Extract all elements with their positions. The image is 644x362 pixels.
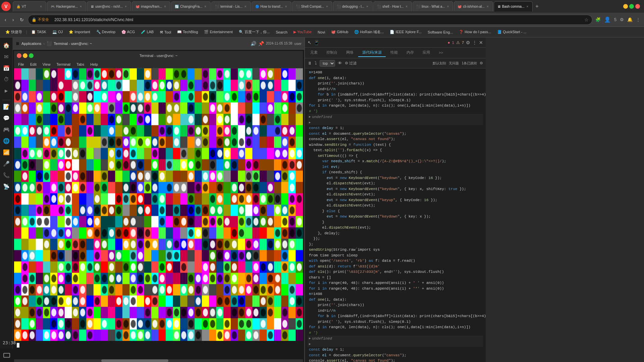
sidebar-icon-home[interactable]: 🏠: [1, 40, 11, 50]
devtools-pause-icon[interactable]: ⏸: [308, 61, 312, 66]
new-tab-button[interactable]: +: [533, 3, 540, 9]
tab-close[interactable]: ×: [486, 5, 489, 8]
tab-t11[interactable]: ⬛ linux - What a... ×: [413, 1, 453, 11]
sidebar-icon-translate[interactable]: 🌐: [1, 136, 11, 146]
code-section-undefined1[interactable]: ▶undefined: [308, 114, 483, 120]
notifications-icon[interactable]: 🔔: [626, 16, 634, 23]
sync-icon[interactable]: 5: [613, 16, 618, 23]
tab-close[interactable]: ×: [79, 5, 83, 8]
reload-button[interactable]: ↻: [18, 16, 26, 23]
bookmark-github[interactable]: 🐙 GitHub: [328, 29, 351, 35]
menu-help[interactable]: Help: [88, 62, 101, 67]
sidebar-icon-cast[interactable]: 📡: [1, 181, 11, 191]
h-scrollbar[interactable]: [14, 359, 303, 362]
devtools-device-icon[interactable]: 📱: [314, 40, 319, 45]
devtools-inspect-icon[interactable]: ↖: [308, 40, 312, 45]
menu-terminal[interactable]: Terminal: [54, 62, 73, 67]
devtools-position-select[interactable]: top: [320, 60, 335, 67]
tab-t5[interactable]: 🔄 ChangingFra... ×: [171, 1, 211, 11]
bookmark-quickstart[interactable]: 📘 QuickStart - ...: [494, 29, 529, 35]
devtools-code-panel[interactable]: n=1498 def one(i, data): print(''.join(c…: [305, 68, 486, 362]
tab-t6[interactable]: ⬛ terminal - Lis... ×: [211, 1, 251, 11]
bookmark-important[interactable]: ⭐ Important: [66, 29, 93, 35]
bookmark-search[interactable]: Search: [273, 29, 290, 35]
sidebar-icon-phone[interactable]: 📞: [1, 170, 11, 180]
bookmark-task[interactable]: 📋 TASK: [29, 29, 49, 35]
devtools-more-icon[interactable]: ⋮: [472, 40, 477, 45]
back-button[interactable]: ‹: [3, 16, 8, 23]
bookmark-quicklinks[interactable]: ⭐ 快捷导: [3, 29, 25, 35]
devtools-tab-performance[interactable]: 性能: [386, 49, 402, 57]
close-button[interactable]: [635, 4, 640, 9]
tab-close[interactable]: ×: [244, 5, 247, 8]
vivaldi-icon[interactable]: V: [1, 2, 11, 11]
tab-close[interactable]: ×: [204, 5, 207, 8]
minimize-button[interactable]: [623, 4, 628, 9]
extensions-icon[interactable]: 🧩: [594, 16, 602, 23]
bookmark-star-icon[interactable]: ☆: [584, 17, 589, 22]
code-section-delay2[interactable]: ▶: [308, 342, 483, 347]
position-select[interactable]: top: [320, 60, 335, 67]
bookmark-novi[interactable]: Novi: [315, 29, 328, 35]
tab-close[interactable]: ×: [284, 5, 288, 8]
sidebar-icon-bluetooth[interactable]: 📶: [1, 147, 11, 157]
devtools-settings-icon[interactable]: ⚙: [466, 40, 470, 45]
code-section-delay1[interactable]: ▶: [308, 120, 483, 126]
bookmark-entertainment[interactable]: 🎬 Entertainment: [201, 29, 235, 35]
menu-view[interactable]: View: [40, 62, 53, 67]
tab-close[interactable]: ×: [124, 5, 127, 8]
sidebar-icon-forward[interactable]: ▶: [1, 86, 11, 96]
tab-close[interactable]: ×: [163, 5, 167, 8]
bookmark-tool[interactable]: 🛠 Tool: [157, 29, 174, 35]
tab-t1[interactable]: 🔒 VT ×: [13, 1, 46, 11]
tab-close[interactable]: ×: [446, 5, 450, 8]
bookmark-howdoipass[interactable]: ❓ How do I pass...: [456, 29, 494, 35]
more-icon[interactable]: ⋮: [635, 16, 641, 23]
tab-close[interactable]: ×: [526, 5, 529, 8]
tab-t3[interactable]: 🖥 user@vnc - noVi... ×: [87, 1, 131, 11]
window-close-btn[interactable]: [17, 53, 21, 58]
eye-icon[interactable]: 👁: [338, 61, 342, 66]
menu-file[interactable]: File: [15, 62, 27, 67]
sidebar-icon-history[interactable]: ⏱: [1, 74, 11, 84]
tab-close[interactable]: ×: [405, 5, 408, 8]
sidebar-icon-notes[interactable]: 📝: [1, 102, 11, 112]
sidebar-icon-chat[interactable]: 💬: [1, 113, 11, 123]
devtools-tab-sources[interactable]: 源代码/来源: [358, 49, 386, 57]
window-max-btn[interactable]: [29, 53, 34, 58]
devtools-tab-elements[interactable]: 元素: [306, 49, 322, 57]
devtools-tab-console[interactable]: 控制台: [322, 49, 341, 57]
bookmark-baidu[interactable]: 🔍 百度一下，你...: [236, 29, 272, 35]
tab-close[interactable]: ×: [39, 5, 43, 8]
vnc-icon2[interactable]: 📌: [258, 41, 264, 46]
devtools-settings-small[interactable]: ⚙: [480, 61, 483, 65]
sidebar-icon-discord[interactable]: 🎮: [1, 124, 11, 134]
code-section-undefined2[interactable]: ▶undefined: [308, 336, 483, 342]
maximize-button[interactable]: [629, 4, 634, 9]
tab-t7[interactable]: 🔵 How to transf... ×: [252, 1, 291, 11]
tab-t10[interactable]: ⬛ shell - How t... ×: [373, 1, 412, 11]
devtools-tab-network[interactable]: 网络: [342, 49, 358, 57]
devtools-close-icon[interactable]: ✕: [479, 40, 483, 45]
tab-t9[interactable]: ⬛ debugging - l... ×: [333, 1, 373, 11]
account-icon[interactable]: 👤: [603, 15, 612, 24]
tab-t2[interactable]: 🎮 Hackergame... ×: [47, 1, 86, 11]
bookmark-techblog[interactable]: 📖 TechBlog: [174, 29, 201, 35]
sidebar-icon-mic[interactable]: 🎤: [1, 159, 11, 169]
devtools-tab-memory[interactable]: 内存: [402, 49, 418, 57]
menu-tabs[interactable]: Tabs: [74, 62, 87, 67]
devtools-stepover-icon[interactable]: ⤵: [315, 61, 317, 66]
devtools-tab-more[interactable]: >>: [435, 49, 447, 57]
bookmark-ieee[interactable]: 📄 IEEE Xplore F...: [387, 29, 424, 35]
tab-close[interactable]: ×: [325, 5, 329, 8]
window-min-btn[interactable]: [23, 53, 28, 58]
vnc-icon1[interactable]: 🔊: [251, 41, 256, 46]
bookmark-develop[interactable]: 🔧 Develop: [94, 29, 118, 35]
tab-t8[interactable]: ⬛ Shell Compat... ×: [292, 1, 332, 11]
tab-t13[interactable]: 🖥 Bash comma... ×: [494, 1, 533, 11]
bookmark-acg[interactable]: 🌸 ACG: [119, 29, 138, 35]
bookmark-oj[interactable]: 💻 OJ: [50, 29, 65, 35]
terminal-prompt-area[interactable]: [14, 341, 303, 359]
sidebar-icon-calendar[interactable]: 📅: [1, 63, 11, 73]
devtools-tab-application[interactable]: 应用: [419, 49, 434, 57]
